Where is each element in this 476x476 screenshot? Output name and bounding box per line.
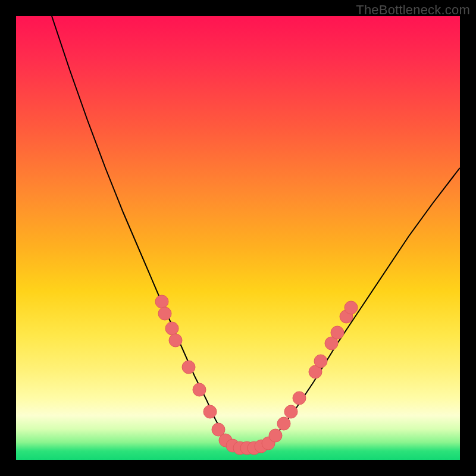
curve-marker [331, 326, 344, 339]
curve-markers [155, 295, 358, 455]
curve-marker [284, 405, 298, 418]
curve-marker [182, 361, 195, 374]
watermark-label: TheBottleneck.com [356, 2, 470, 18]
curve-series [52, 16, 460, 448]
curve-marker [193, 383, 206, 396]
curve-marker [169, 334, 182, 347]
curve-marker [165, 322, 178, 335]
curve-marker [345, 301, 358, 314]
curve-marker [203, 405, 217, 418]
curve-path [52, 16, 460, 448]
curve-marker [158, 307, 171, 320]
chart-frame: TheBottleneck.com [0, 0, 476, 476]
chart-overlay [16, 16, 460, 460]
curve-marker [155, 295, 168, 308]
curve-marker [293, 392, 306, 405]
curve-marker [314, 355, 327, 368]
curve-marker [277, 417, 290, 430]
curve-marker [269, 429, 282, 442]
